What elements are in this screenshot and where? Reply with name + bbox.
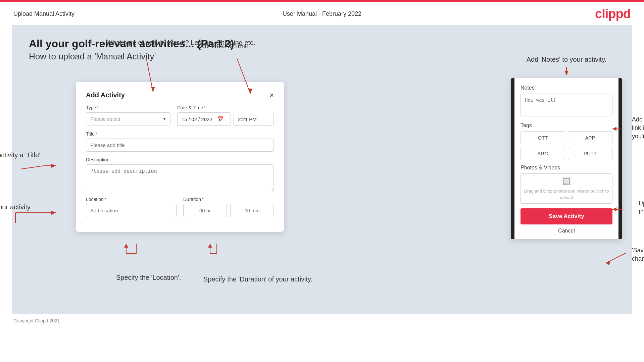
type-label: Type*	[86, 105, 170, 110]
tag-app[interactable]: APP	[568, 131, 612, 144]
location-label: Location*	[86, 197, 177, 202]
location-input[interactable]	[86, 204, 177, 217]
location-group: Location*	[86, 197, 177, 217]
duration-hr-input[interactable]	[183, 204, 227, 217]
duration-label: Duration*	[183, 197, 274, 202]
title-label: Title*	[86, 131, 274, 137]
annotation-datetime: Add 'Date & Time'.	[197, 42, 252, 51]
annotation-duration: Specify the 'Duration' of your activity.	[203, 275, 312, 284]
right-panel: Add 'Notes' to your activity. Notes Tags…	[511, 55, 622, 239]
main-content: All your golf-relevant activities... (Pa…	[12, 25, 632, 314]
upload-hint: Drag and Drop photos and videos or click…	[521, 188, 612, 200]
description-textarea[interactable]	[86, 164, 274, 191]
photo-upload-area[interactable]: 🖼 Drag and Drop photos and videos or cli…	[521, 173, 612, 204]
annotation-save: 'Save Activity' or 'Cancel' your changes…	[632, 246, 644, 263]
datetime-label: Date & Time*	[177, 105, 274, 110]
copyright: Copyright Clippd 2021	[13, 318, 60, 323]
modal-title: Add Activity	[86, 91, 125, 99]
notes-textarea[interactable]	[521, 94, 612, 116]
annotation-describe: Describe your activity.	[0, 203, 32, 212]
description-row: Description	[86, 157, 274, 191]
top-bar: Upload Manual Activity User Manual - Feb…	[0, 2, 644, 25]
annotation-location: Specify the 'Location'.	[116, 273, 181, 282]
notes-label: Notes	[521, 85, 612, 91]
tags-grid: OTT APP ARG PUTT	[521, 131, 612, 160]
svg-marker-6	[51, 164, 56, 168]
page-title: Upload Manual Activity	[13, 10, 75, 17]
duration-inputs	[183, 204, 274, 217]
arrow-duration	[183, 240, 250, 280]
type-group: Type* Please select	[86, 105, 170, 126]
annotation-upload: Upload a photo or video to the activity.	[639, 199, 644, 216]
svg-marker-13	[124, 244, 128, 248]
svg-line-4	[20, 166, 44, 169]
footer: Copyright Clippd 2021	[0, 314, 644, 327]
arrow-save	[606, 250, 633, 276]
svg-marker-17	[208, 244, 212, 248]
manual-title: User Manual - February 2022	[283, 10, 361, 17]
photo-icon: 🖼	[562, 176, 571, 187]
type-select-wrapper[interactable]: Please select	[86, 112, 170, 125]
arrow-notes	[511, 67, 622, 77]
title-row: Title*	[86, 131, 274, 152]
svg-marker-9	[51, 211, 56, 215]
datetime-group: Date & Time* 15 / 02 / 2022 📅	[177, 105, 274, 126]
title-input[interactable]	[86, 139, 274, 152]
svg-marker-25	[606, 261, 610, 265]
tags-label: Tags	[521, 122, 612, 128]
date-time-inputs: 15 / 02 / 2022 📅	[177, 112, 274, 126]
annotation-tag: Add a 'Tag' to your activity to link it …	[632, 115, 644, 141]
tag-arg[interactable]: ARG	[521, 147, 565, 160]
modal-header: Add Activity ×	[86, 91, 274, 99]
tag-putt[interactable]: PUTT	[568, 147, 612, 160]
location-duration-row: Location* Duration*	[86, 197, 274, 217]
close-button[interactable]: ×	[269, 92, 274, 99]
svg-marker-19	[564, 71, 568, 75]
svg-line-24	[606, 253, 626, 263]
type-select[interactable]: Please select	[86, 112, 170, 125]
phone-screen: Notes Tags OTT APP ARG PUTT Photos & Vid…	[511, 78, 622, 239]
annotation-title: Give your activity a 'Title'.	[0, 151, 42, 160]
photos-label: Photos & Videos	[521, 165, 612, 171]
type-datetime-row: Type* Please select Date & Time*	[86, 105, 274, 126]
tag-ott[interactable]: OTT	[521, 131, 565, 144]
date-input[interactable]: 15 / 02 / 2022 📅	[177, 112, 231, 126]
title-group: Title*	[86, 131, 274, 152]
time-input[interactable]	[234, 113, 274, 126]
annotation-notes: Add 'Notes' to your activity.	[511, 55, 622, 64]
save-activity-button[interactable]: Save Activity	[521, 208, 612, 224]
duration-group: Duration*	[183, 197, 274, 217]
add-activity-modal: Add Activity × Type* Please select	[76, 82, 284, 232]
description-label: Description	[86, 157, 274, 162]
duration-min-input[interactable]	[230, 204, 274, 217]
description-group: Description	[86, 157, 274, 191]
cancel-button[interactable]: Cancel	[558, 228, 575, 234]
logo: clippd	[595, 7, 631, 21]
